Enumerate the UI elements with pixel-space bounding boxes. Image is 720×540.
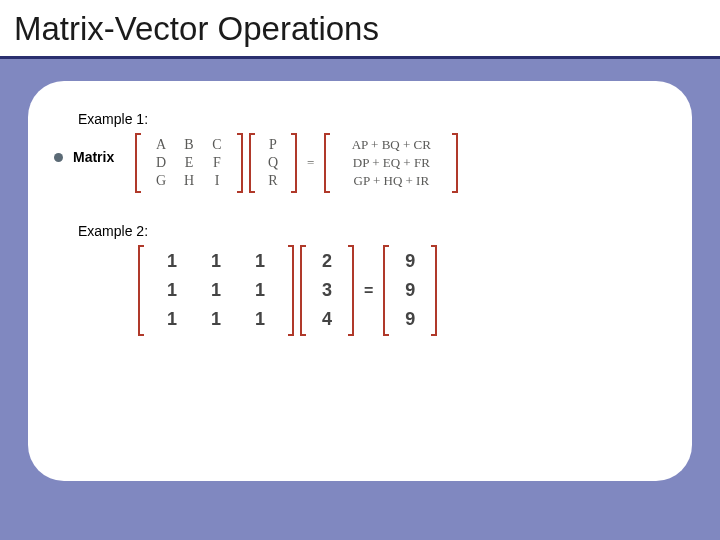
v: 3 [310,280,344,301]
m: I [203,173,231,189]
m: C [203,137,231,153]
r: 9 [393,309,427,330]
v: R [261,173,285,189]
ex1-result: AP + BQ + CR DP + EQ + FR GP + HQ + IR [324,133,458,193]
m: 1 [150,309,194,330]
m: 1 [238,251,282,272]
r: GP + HQ + IR [336,173,446,189]
ex1-vector: P Q R [249,133,297,193]
page-title: Matrix-Vector Operations [14,10,706,48]
m: 1 [150,280,194,301]
m: 1 [150,251,194,272]
r: 9 [393,280,427,301]
equation-2: 1 1 1 1 1 1 1 1 1 2 3 4 = [138,245,642,336]
ex2-result: 9 9 9 [383,245,437,336]
m: 1 [194,309,238,330]
equals-sign: = [360,282,377,300]
v: 2 [310,251,344,272]
example-1-label: Example 1: [78,111,642,127]
v: Q [261,155,285,171]
m: G [147,173,175,189]
v: 4 [310,309,344,330]
m: D [147,155,175,171]
bullet-text: Matrix [73,149,125,165]
ex1-matrix: A B C D E F G H I [135,133,243,193]
equation-1: A B C D E F G H I P Q R [135,133,458,193]
ex2-matrix: 1 1 1 1 1 1 1 1 1 [138,245,294,336]
m: A [147,137,175,153]
bullet-row: Matrix A B C D E F G H I [78,133,642,193]
m: B [175,137,203,153]
ex2-vector: 2 3 4 [300,245,354,336]
m: 1 [194,280,238,301]
m: H [175,173,203,189]
m: 1 [238,280,282,301]
m: F [203,155,231,171]
content-card: Example 1: Matrix A B C D E F G H I [28,81,692,481]
example-2-label: Example 2: [78,223,642,239]
m: E [175,155,203,171]
v: P [261,137,285,153]
title-bar: Matrix-Vector Operations [0,0,720,59]
m: 1 [238,309,282,330]
r: 9 [393,251,427,272]
m: 1 [194,251,238,272]
equals-sign: = [303,155,318,171]
r: AP + BQ + CR [336,137,446,153]
bullet-icon [54,153,63,162]
r: DP + EQ + FR [336,155,446,171]
